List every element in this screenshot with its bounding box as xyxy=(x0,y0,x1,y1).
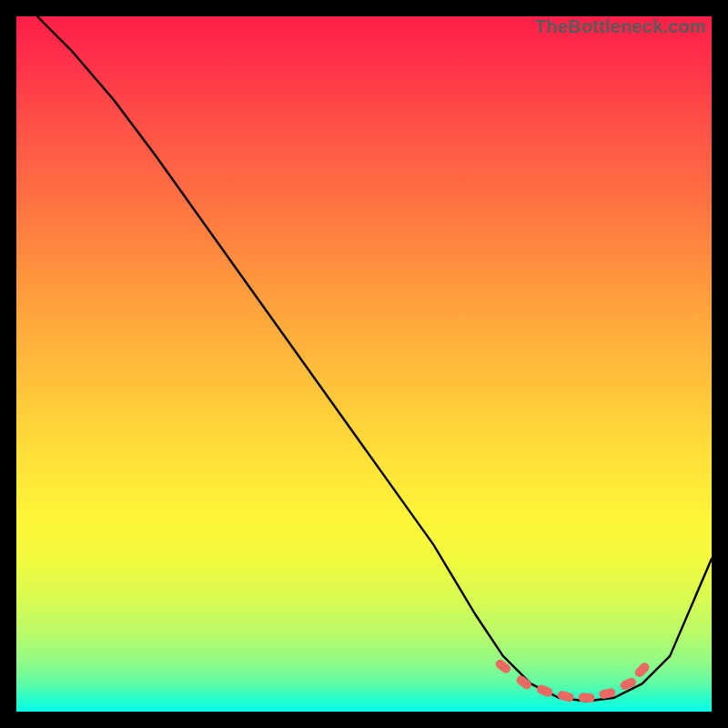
chart-svg xyxy=(16,16,712,712)
marker-group xyxy=(494,658,652,703)
chart-frame: TheBottleneck.com xyxy=(0,0,728,728)
attribution-text: TheBottleneck.com xyxy=(535,16,706,37)
marker-pill xyxy=(557,690,575,703)
marker-pill xyxy=(619,676,638,692)
marker-pill xyxy=(494,658,512,675)
plot-area: TheBottleneck.com xyxy=(16,16,712,712)
marker-pill xyxy=(578,693,595,703)
marker-pill xyxy=(535,683,553,698)
curve-path xyxy=(37,16,712,702)
